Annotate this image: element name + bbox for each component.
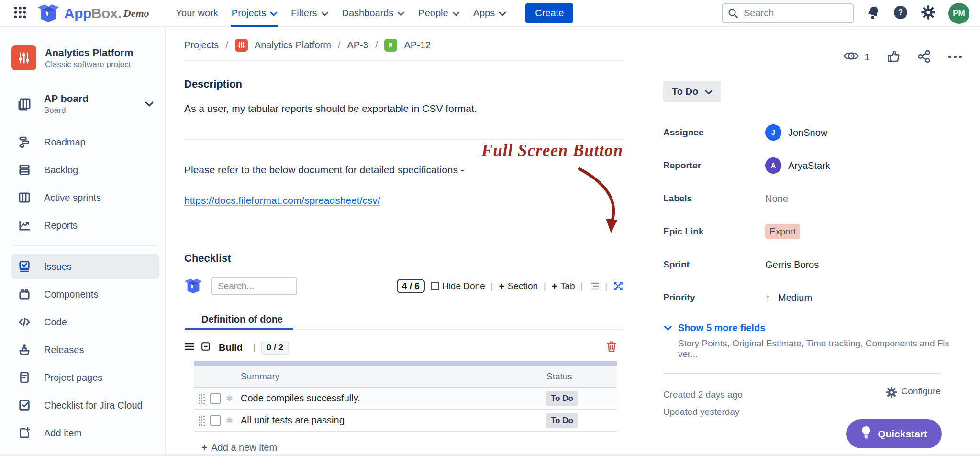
breadcrumb-issue[interactable]: AP-12 (404, 40, 431, 51)
configure-button[interactable]: Configure (885, 386, 941, 421)
labels-value[interactable]: None (765, 193, 788, 204)
svg-text:?: ? (898, 8, 903, 17)
more-actions-button[interactable] (947, 54, 963, 61)
nav-your-work[interactable]: Your work (169, 0, 225, 27)
appbox-logo[interactable]: AppBox. Demo (37, 3, 149, 24)
watchers-button[interactable]: 1 (843, 50, 870, 65)
gear-icon (885, 386, 898, 401)
sidebar-item-add-item[interactable]: Add item (11, 420, 159, 446)
nav-apps[interactable]: Apps (467, 0, 513, 27)
sidebar-item-project-pages[interactable]: Project pages (11, 365, 159, 390)
project-name: Analytics Platform (45, 47, 133, 58)
priority-value[interactable]: Medium (778, 292, 812, 303)
project-sidebar: Analytics Platform Classic software proj… (0, 27, 166, 456)
lightbulb-icon (861, 426, 871, 442)
add-tab-button[interactable]: + Tab (552, 280, 575, 292)
chevron-down-icon (663, 323, 672, 334)
add-section-button[interactable]: + Section (499, 280, 538, 292)
window-bottom-edge (0, 454, 980, 456)
tab-definition-of-done[interactable]: Definition of done (201, 314, 283, 325)
table-accent-strip (194, 361, 617, 366)
drag-handle-icon[interactable] (198, 415, 205, 426)
checklist-section-header: Build | 0 / 2 (184, 340, 617, 355)
add-new-item-button[interactable]: + Add a new item (201, 442, 625, 453)
breadcrumb-project[interactable]: Analytics Platform (255, 40, 331, 51)
breadcrumb: Projects / Analytics Platform / AP-3 / A… (184, 37, 625, 53)
divider (184, 60, 624, 61)
sidebar-item-components[interactable]: Components (11, 281, 159, 307)
breadcrumb-epic[interactable]: AP-3 (347, 40, 368, 51)
assignee-value[interactable]: JonSnow (788, 127, 827, 138)
chevron-down-icon (397, 8, 405, 19)
refer-text: Please refer to the below document for d… (184, 164, 625, 176)
spec-link[interactable]: https://docs.fileformat.com/spreadsheet/… (184, 195, 380, 206)
sidebar-item-code[interactable]: Code (11, 309, 159, 335)
show-more-fields-button[interactable]: Show 5 more fields (663, 323, 963, 334)
sidebar-item-backlog[interactable]: Backlog (11, 157, 159, 183)
create-button[interactable]: Create (525, 3, 573, 23)
updated-timestamp: Updated yesterday (663, 403, 743, 421)
item-checkbox[interactable] (210, 415, 221, 426)
help-button[interactable]: ? (893, 5, 908, 22)
global-search-input[interactable] (722, 3, 854, 23)
help-icon: ? (893, 5, 908, 22)
share-button[interactable] (917, 49, 931, 65)
sidebar-item-active-sprints[interactable]: Active sprints (11, 185, 159, 211)
sidebar-item-releases[interactable]: Releases (11, 337, 159, 363)
status-dropdown[interactable]: To Do (663, 81, 721, 102)
breadcrumb-projects[interactable]: Projects (184, 40, 219, 51)
nav-people[interactable]: People (412, 0, 466, 27)
sprint-value[interactable]: Gerris Boros (765, 259, 819, 270)
notifications-button[interactable] (866, 5, 880, 21)
sidebar-item-checklist-app[interactable]: Checklist for Jira Cloud (11, 392, 159, 418)
chevron-down-icon[interactable] (145, 99, 154, 110)
project-mini-icon (235, 39, 248, 52)
item-checkbox[interactable] (210, 393, 221, 404)
collapse-section-icon[interactable] (200, 341, 211, 354)
checklist-icon (16, 399, 33, 412)
quickstart-button[interactable]: Quickstart (846, 419, 942, 448)
sidebar-item-board[interactable]: AP board Board (11, 87, 159, 122)
settings-button[interactable] (921, 5, 936, 22)
project-header[interactable]: Analytics Platform Classic software proj… (11, 45, 159, 70)
field-priority: Priority ↑ Medium (663, 289, 963, 306)
epic-link-chip[interactable]: Export (765, 224, 800, 239)
sidebar-item-roadmap[interactable]: Roadmap (11, 129, 159, 155)
ellipsis-icon (947, 54, 963, 61)
item-status-badge[interactable]: To Do (546, 413, 578, 428)
add-item-icon (16, 426, 33, 440)
issue-actions: 1 (663, 46, 963, 67)
list-view-button[interactable] (589, 282, 599, 290)
nav-projects[interactable]: Projects (225, 0, 284, 27)
sidebar-item-reports[interactable]: Reports (11, 212, 159, 238)
nav-filters[interactable]: Filters (284, 0, 335, 27)
hide-done-toggle[interactable]: Hide Done (431, 281, 485, 291)
top-navigation-bar: AppBox. Demo Your work Projects Filters … (0, 0, 980, 27)
board-name: AP board (44, 93, 89, 104)
field-reporter: Reporter A AryaStark (663, 157, 963, 174)
checklist-progress-badge: 4 / 6 (397, 279, 425, 293)
app-switcher-button[interactable] (13, 6, 27, 21)
item-summary[interactable]: All unit tests are passing (241, 415, 528, 426)
logo-text-app: App (64, 5, 91, 21)
item-summary[interactable]: Code compiles successfully. (241, 393, 528, 404)
field-list: Assignee J JonSnow Reporter A AryaStark … (663, 124, 963, 306)
like-button[interactable] (886, 49, 901, 65)
priority-medium-icon: ↑ (765, 291, 770, 304)
chevron-down-icon (270, 8, 278, 19)
board-icon (16, 97, 33, 111)
reporter-value[interactable]: AryaStark (788, 160, 830, 171)
section-menu-icon[interactable] (184, 342, 195, 353)
drag-handle-icon[interactable] (198, 393, 205, 404)
section-name[interactable]: Build (219, 342, 243, 353)
sidebar-item-issues[interactable]: Issues (11, 254, 159, 279)
hide-done-checkbox[interactable] (431, 282, 439, 290)
fullscreen-button[interactable] (613, 281, 624, 291)
nav-dashboards[interactable]: Dashboards (335, 0, 412, 27)
created-timestamp: Created 2 days ago (663, 386, 743, 403)
checklist-search-input[interactable] (211, 277, 297, 295)
logo-text-demo: Demo (123, 7, 149, 20)
item-status-badge[interactable]: To Do (546, 391, 578, 406)
delete-section-button[interactable] (606, 340, 617, 355)
user-avatar[interactable]: PM (948, 3, 969, 24)
